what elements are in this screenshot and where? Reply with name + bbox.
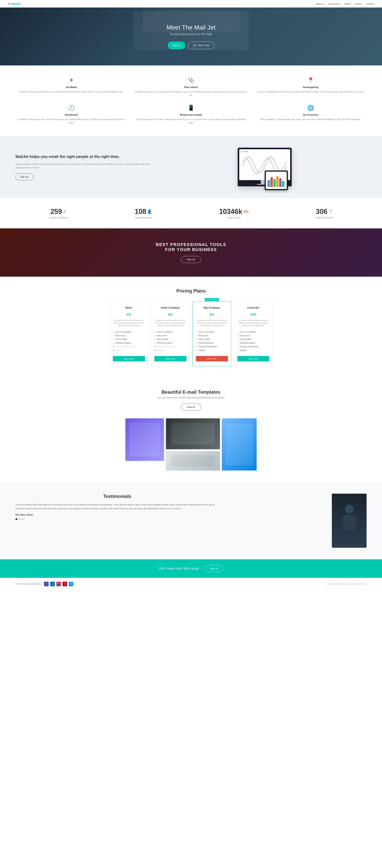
testimonial-author: Bob Dilan, Owner <box>15 514 219 516</box>
stat-martini-number: 306 🍸 <box>316 208 333 216</box>
bridge-section: BEST PROFESSIONAL TOOLS FOR YOUR BUSINES… <box>0 228 382 277</box>
svg-rect-7 <box>279 178 282 187</box>
person-silhouette <box>342 501 357 540</box>
footer-social: Follow Us on Social Networks f in 📷 P 🐦 <box>15 582 73 586</box>
pricing-basic-name: Basic <box>113 306 145 309</box>
mockup-desc: Send automated emails based on customer … <box>15 162 151 169</box>
cta-text: Don't waste time! Start using! <box>159 567 199 570</box>
svg-rect-4 <box>270 177 273 187</box>
pricing-corporate-f3: Unlimited projects <box>237 341 269 345</box>
pricing-corporate-btn[interactable]: select plan <box>237 356 269 362</box>
bridge-title: BEST PROFESSIONAL TOOLS FOR YOUR BUSINES… <box>156 242 226 252</box>
footer-social-label: Follow Us on Social Networks <box>15 583 41 585</box>
pricing-big-f5: Support <box>196 348 228 352</box>
pricing-small-btn[interactable]: select plan <box>154 356 186 362</box>
pricing-corporate-f5: Support <box>237 348 269 352</box>
stat-projects-number: 259 ✓ <box>49 208 67 216</box>
pricing-small-name: Small Company <box>154 306 186 309</box>
mockup-section: MailJet helps you email the right people… <box>0 136 382 198</box>
pricing-big-price: $59 <box>196 311 228 317</box>
stat-projects-label: Projects Completed <box>49 216 67 219</box>
feature-countries: 🌐 52 Countries Edit campaigns, collabora… <box>255 105 367 125</box>
stat-martini: 306 🍸 Glasses of Martini <box>316 208 333 219</box>
nav-careers[interactable]: Careers <box>354 3 362 5</box>
pricing-corporate-price: $199 <box>237 311 269 317</box>
pinterest-icon[interactable]: P <box>63 582 67 586</box>
templates-section: Beautiful E-mail Templates You can choos… <box>0 378 382 482</box>
stats-section: 259 ✓ Projects Completed 108 👤 Awards Re… <box>0 198 382 228</box>
feature-countries-title: 52 Countries <box>255 113 367 116</box>
templates-view-all-button[interactable]: View All <box>181 404 201 411</box>
pricing-small-f5: Support <box>154 348 186 352</box>
stat-awards-label: Awards Received <box>135 216 152 219</box>
svg-rect-8 <box>282 181 284 187</box>
pricing-small-features: Up to 15 members Data export SSO & SAML … <box>154 330 186 352</box>
pricing-small-f0: Up to 15 members <box>154 330 186 334</box>
testimonials-image <box>231 494 367 548</box>
pricing-big-desc: For large or complex teams, contact our … <box>196 319 228 327</box>
feature-files-desc: Add files and one-to-one conversations t… <box>135 90 247 97</box>
stat-awards: 108 👤 Awards Received <box>135 208 152 219</box>
feature-jet-mailer: ✈ Jet Mailer MailJet's send time optimiz… <box>15 77 127 97</box>
pricing-grid: Basic $29 For large or complex teams, co… <box>11 301 371 366</box>
template-card-2 <box>166 418 220 449</box>
nav-clients[interactable]: Clients <box>344 3 351 5</box>
svg-rect-12 <box>352 515 356 526</box>
testimonials-title: Testimonials <box>15 494 219 499</box>
hero-section: Meet The Mail Jet The Best Mail Service … <box>0 7 382 65</box>
testimonial-dot-3[interactable] <box>22 518 24 520</box>
pricing-corporate-f2: SSO & SAML <box>237 338 269 341</box>
cta-signup-button[interactable]: Sign Up <box>205 565 223 572</box>
pricing-small-price: $49 <box>154 311 186 317</box>
stat-martini-icon: 🍸 <box>328 209 333 214</box>
pricing-basic-btn[interactable]: select plan <box>113 356 145 362</box>
cta-footer: Don't waste time! Start using! Sign Up <box>0 559 382 578</box>
testimonials-content: Testimonials For luxury retailer, Billy … <box>15 494 219 520</box>
nav-services[interactable]: Our services <box>328 3 340 5</box>
hero-signup-button[interactable]: Sign Up <box>168 41 185 49</box>
testimonial-dot-1[interactable] <box>15 518 18 520</box>
svg-rect-6 <box>276 176 279 187</box>
templates-title: Beautiful E-mail Templates <box>15 390 367 395</box>
geo-icon: 📍 <box>255 77 367 84</box>
pricing-corporate-f0: Up to 15 members <box>237 330 269 334</box>
facebook-icon[interactable]: f <box>44 582 49 586</box>
pricing-basic-f5: Support <box>113 348 145 352</box>
pricing-basic-f3: Unlimited projects <box>113 341 145 345</box>
feature-jet-mailer-title: Jet Mailer <box>15 86 127 89</box>
pricing-small-desc: For large or complex teams, contact our … <box>154 319 186 327</box>
feature-responsive: 📱 Responsive emails Our templates and fo… <box>135 105 247 125</box>
mockup-image: Sine Wave <box>163 148 367 186</box>
hero-buttons: Sign Up Take a Tour <box>166 41 216 49</box>
stat-awards-icon: 👤 <box>147 209 152 214</box>
svg-rect-11 <box>343 515 346 526</box>
features-section: ✈ Jet Mailer MailJet's send time optimiz… <box>0 65 382 136</box>
mockup-signup-button[interactable]: Sign Up <box>15 174 33 180</box>
pricing-corporate-name: Corporate <box>237 306 269 309</box>
linkedin-icon[interactable]: in <box>50 582 55 586</box>
pricing-big-btn[interactable]: select plan <box>196 356 228 362</box>
hero-tour-button[interactable]: Take a Tour <box>188 41 214 49</box>
bridge-signup-button[interactable]: Sign Up <box>181 256 201 263</box>
nav-contacts[interactable]: Contacts <box>366 3 374 5</box>
pricing-corporate-features: Up to 15 members Data export SSO & SAML … <box>237 330 269 352</box>
files-icon: 📎 <box>135 77 247 84</box>
instagram-icon[interactable]: 📷 <box>56 582 61 586</box>
features-grid: ✈ Jet Mailer MailJet's send time optimiz… <box>15 77 367 125</box>
feature-responsive-desc: Our templates and forms are mobile-ready… <box>135 118 247 125</box>
feature-dashboard: 🕐 Dashboard In addition to the reports t… <box>15 105 127 125</box>
twitter-icon[interactable]: 🐦 <box>69 582 73 586</box>
pricing-big-name: Big Company <box>196 306 228 309</box>
pricing-basic-f1: Data export <box>113 334 145 338</box>
template-card-1 <box>125 418 164 461</box>
testimonial-dot-2[interactable] <box>19 518 21 520</box>
svg-rect-3 <box>267 180 270 187</box>
pricing-corporate-f4: Premium Dashboards <box>237 345 269 348</box>
tablet-frame <box>265 170 288 190</box>
pricing-big-f4: Premium Dashboards <box>196 345 228 348</box>
feature-dashboard-title: Dashboard <box>15 113 127 116</box>
nav-about[interactable]: About us <box>316 3 324 5</box>
template-card-3 <box>166 451 220 470</box>
stat-code-icon: </> <box>243 210 249 214</box>
pricing-small-f4: Premium Dashboards <box>154 345 186 348</box>
